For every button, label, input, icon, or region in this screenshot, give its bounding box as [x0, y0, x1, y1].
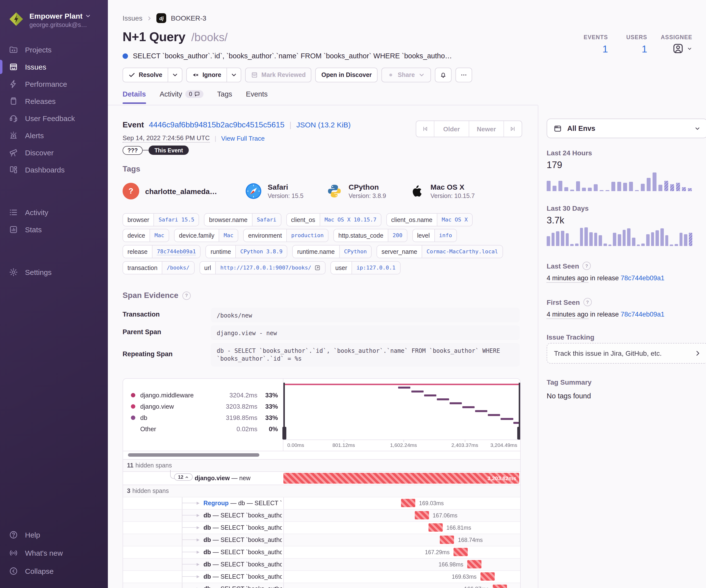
tab-details[interactable]: Details — [123, 90, 146, 104]
tag-card-mac-os-x[interactable]: Mac OS XVersion: 10.15.7 — [408, 177, 516, 205]
span-duration-bar[interactable] — [440, 536, 454, 544]
tag-pill-client-os[interactable]: client_osMac OS X 10.15.7 — [286, 213, 382, 226]
parent-span-bar[interactable]: 3,203.82ms — [283, 473, 519, 484]
tag-pill-release[interactable]: release78c744eb09a1 — [123, 245, 201, 258]
tag-pill-url[interactable]: urlhttp://127.0.0.1:9007/books/ — [199, 261, 325, 275]
sidebar-item-label: Help — [25, 531, 40, 539]
tag-pill-browser-name[interactable]: browser.nameSafari — [204, 213, 281, 226]
this-event-pill[interactable]: This Event — [149, 145, 189, 155]
span-row[interactable]: db — SELECT `books_author`169.63ms — [123, 571, 520, 583]
span-duration-bar[interactable] — [454, 548, 468, 556]
mark-reviewed-button[interactable]: Mark Reviewed — [245, 68, 312, 82]
span-duration-bar[interactable] — [415, 511, 429, 519]
tag-pill-runtime[interactable]: runtimeCPython 3.8.9 — [206, 245, 287, 258]
breadcrumb-issues-link[interactable]: Issues — [123, 14, 143, 22]
tag-pill-level[interactable]: levelinfo — [412, 229, 457, 242]
last-seen-release-link[interactable]: 78c744eb09a1 — [621, 275, 665, 282]
tag-pill-device-family[interactable]: device.familyMac — [174, 229, 238, 242]
view-full-trace-link[interactable]: View Full Trace — [221, 135, 265, 142]
span-row[interactable]: db — SELECT `books_author`168.74ms — [123, 534, 520, 546]
span-duration-bar[interactable] — [493, 585, 507, 588]
sidebar-item-help[interactable]: Help — [0, 526, 108, 544]
users-count[interactable]: 1 — [609, 44, 647, 55]
resolve-dropdown-button[interactable] — [168, 68, 182, 82]
resolve-button[interactable]: Resolve — [123, 68, 168, 82]
sidebar-item-label: User Feedback — [25, 114, 75, 123]
span-row[interactable]: db — SELECT `books_author`166.81ms — [123, 521, 520, 534]
sidebar-item-stats[interactable]: Stats — [0, 221, 108, 238]
span-row[interactable]: db — SELECT `books_author`167.29ms — [123, 546, 520, 558]
span-row[interactable]: db — SELECT `books_author`166.98ms — [123, 558, 520, 571]
span-row[interactable]: db — SELECT `books_author`166.87ms — [123, 583, 520, 588]
sidebar-item-settings[interactable]: Settings — [0, 264, 108, 281]
tag-pill-user[interactable]: userip:127.0.0.1 — [330, 261, 400, 275]
sidebar-item-projects[interactable]: Projects — [0, 41, 108, 58]
tag-pill-transaction[interactable]: transaction/books/ — [123, 261, 194, 275]
tag-pill-device[interactable]: deviceMac — [123, 229, 169, 242]
span-group-expander[interactable]: 12 — [174, 473, 193, 481]
sidebar-item-performance[interactable]: Performance — [0, 76, 108, 93]
sidebar-item-issues[interactable]: Issues — [0, 58, 108, 76]
ignore-dropdown-button[interactable] — [227, 68, 241, 82]
hidden-spans-row-inner[interactable]: 3hidden spans — [123, 485, 520, 497]
help-question-icon[interactable]: ? — [182, 291, 191, 300]
tab-events[interactable]: Events — [246, 90, 268, 104]
first-seen-release-link[interactable]: 78c744eb09a1 — [621, 311, 665, 318]
event-json-link[interactable]: JSON (13.2 KiB) — [297, 121, 351, 129]
oldest-event-button[interactable] — [416, 121, 434, 137]
last-seen-ago[interactable]: 4 minutes ago — [547, 275, 588, 283]
track-issue-button[interactable]: Track this issue in Jira, GitHub, etc. — [547, 343, 706, 364]
axis-tick-label: 801.12ms — [332, 442, 355, 448]
span-row[interactable]: Regroup — db — SELECT `boo169.03ms — [123, 497, 520, 509]
sidebar-item-user-feedback[interactable]: User Feedback — [0, 110, 108, 127]
tag-pill-runtime-name[interactable]: runtime.nameCPython — [292, 245, 372, 258]
sidebar-item-what-s-new[interactable]: What's new — [0, 544, 108, 562]
tag-pill-browser[interactable]: browserSafari 15.5 — [123, 213, 199, 226]
help-question-icon[interactable]: ? — [583, 298, 591, 306]
span-duration-bar[interactable] — [401, 499, 415, 507]
span-row[interactable]: db — SELECT `books_author`167.06ms — [123, 509, 520, 521]
tag-pill-server-name[interactable]: server_nameCormac-MacCarthy.local — [377, 245, 503, 258]
sidebar-item-dashboards[interactable]: Dashboards — [0, 161, 108, 178]
minimap-left-knob[interactable] — [282, 427, 286, 439]
newer-event-button[interactable]: Newer — [469, 121, 504, 137]
tag-pill-value: Safari 15.5 — [154, 214, 199, 226]
trace-minimap[interactable] — [283, 379, 520, 439]
unknown-event-pill[interactable]: ??? — [123, 146, 143, 155]
hidden-spans-row-top[interactable]: 11hidden spans — [123, 459, 520, 471]
event-timestamp[interactable]: Sep 14, 2022 7:24:56 PM UTC — [123, 134, 210, 142]
tab-activity[interactable]: Activity 0 — [160, 90, 203, 104]
tag-pill-environment[interactable]: environmentproduction — [243, 229, 328, 242]
subscribe-bell-button[interactable] — [435, 68, 452, 82]
span-duration-bar[interactable] — [428, 523, 442, 532]
assignee-selector[interactable] — [652, 43, 692, 54]
tab-tags[interactable]: Tags — [217, 90, 232, 104]
org-switcher[interactable]: Empower Plant george.gritsouk@s… — [0, 0, 108, 29]
sidebar-item-releases[interactable]: Releases — [0, 93, 108, 110]
events-count[interactable]: 1 — [564, 44, 608, 55]
waterfall-scrollbar[interactable] — [128, 453, 259, 457]
tag-card-cpython[interactable]: CPythonVersion: 3.8.9 — [326, 177, 408, 205]
tag-pill-http-status-code[interactable]: http.status_code200 — [334, 229, 407, 242]
share-button[interactable]: Share — [382, 68, 431, 82]
sidebar-item-collapse[interactable]: Collapse — [0, 562, 108, 580]
older-event-button[interactable]: Older — [434, 121, 469, 137]
event-id-link[interactable]: 4446c9af6bb94815b2ac9bc4515c5615 — [149, 121, 284, 129]
span-duration-bar[interactable] — [480, 572, 495, 581]
minimap-right-knob[interactable] — [517, 427, 521, 439]
open-in-discover-button[interactable]: Open in Discover — [315, 68, 378, 82]
sidebar-item-activity[interactable]: Activity — [0, 204, 108, 221]
tag-card-charlotte-alameda-[interactable]: ?charlotte_alameda… — [123, 177, 245, 205]
newest-event-button[interactable] — [504, 121, 522, 137]
tag-card-safari[interactable]: SafariVersion: 15.5 — [245, 177, 326, 205]
ignore-button[interactable]: Ignore — [186, 68, 227, 82]
help-question-icon[interactable]: ? — [582, 262, 591, 270]
span-duration-bar[interactable] — [467, 560, 481, 569]
more-actions-button[interactable] — [456, 68, 472, 82]
sidebar-item-alerts[interactable]: Alerts — [0, 127, 108, 144]
parent-span-row[interactable]: 12 django.view — new 3,203.82ms — [123, 471, 520, 485]
environment-selector[interactable]: All Envs — [547, 119, 706, 138]
tag-pill-client-os-name[interactable]: client_os.nameMac OS X — [386, 213, 473, 226]
sidebar-item-discover[interactable]: Discover — [0, 144, 108, 161]
first-seen-ago[interactable]: 4 minutes ago — [547, 311, 588, 319]
